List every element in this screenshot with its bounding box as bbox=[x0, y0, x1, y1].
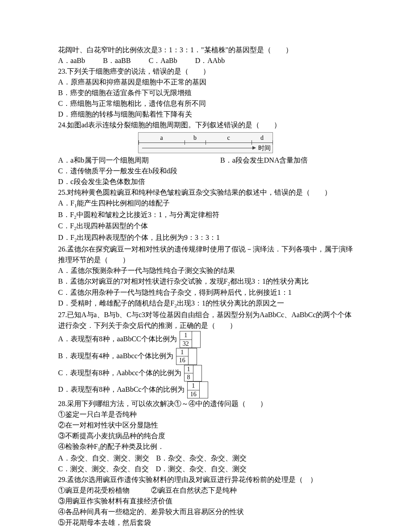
q24-b: B．a段会发生DNA含量加倍 bbox=[220, 155, 353, 166]
q23-d: D．癌细胞的转移与细胞间黏着性下降有关 bbox=[58, 109, 353, 120]
q24-a: A．a和b属于同一个细胞周期 bbox=[58, 155, 220, 166]
q24-row-ab: A．a和b属于同一个细胞周期 B．a段会发生DNA含量加倍 bbox=[58, 155, 353, 166]
q22-opt-a: A．aaBb bbox=[58, 55, 85, 66]
q28-opts-row2: C．测交、测交、杂交、自交 D．测交、杂交、自交、测交 bbox=[58, 464, 353, 474]
fraction-1-16b: 116 bbox=[186, 381, 208, 398]
q23-c: C．癌细胞与正常细胞相比，遗传信息有所不同 bbox=[58, 98, 353, 109]
q28-stem: 28.采用下列哪组方法，可以依次解决①～④中的遗传问题（ ） bbox=[58, 398, 353, 409]
exam-page: 花阔叶、白花窄叶的比例依次是3：1：3：1．"某植株"的基因型是（ ） A．aa… bbox=[0, 0, 411, 532]
q27-c: C．表现型有8种，Aabbcc个体的比例为 18 bbox=[58, 365, 353, 382]
q22-options: A．aaBb B．aaBB C．AaBb D．AAbb bbox=[58, 55, 353, 66]
q23-a: A．原癌基因和抑癌基因是细胞中不正常的基因 bbox=[58, 77, 353, 88]
q29-stem: 29.孟德尔选用豌豆作遗传实验材料的理由及对豌豆进行异花传粉前的处理是（ ） bbox=[58, 474, 353, 485]
q25-b: B．F2中圆粒和皱粒之比接近3：1，与分离定律相符 bbox=[58, 209, 353, 221]
q27-d: D．表现型有8种，AaBbCc个体的比例为 116 bbox=[58, 381, 353, 398]
q29-l4: ⑤开花期母本去雄，然后套袋 bbox=[58, 517, 353, 528]
q24-stem: 24.如图ad表示连续分裂细胞的细胞周期图。下列叙述错误的是（ ） bbox=[58, 120, 353, 130]
q26-c: C．孟德尔用杂种子一代与隐性纯合子杂交，得到两种后代，比例接近1：1 bbox=[58, 287, 353, 298]
q27-stem: 27.已知A与a、B与b、C与c3对等位基因自由组合，基因型分别为AaBbCc、… bbox=[58, 310, 353, 331]
q22-tail-line: 花阔叶、白花窄叶的比例依次是3：1：3：1．"某植株"的基因型是（ ） bbox=[58, 45, 353, 55]
q24-c: C．遗传物质平分一般发生在b段和d段 bbox=[58, 166, 353, 176]
q22-opt-b: B．aaBB bbox=[103, 55, 130, 66]
q28-l4: ④检验杂种F1的配子种类及比例． bbox=[58, 441, 353, 453]
seg-d: d bbox=[260, 133, 264, 142]
q29-l3: ④各品种间具有一些稳定的、差异较大而且容易区分的性状 bbox=[58, 507, 353, 517]
q23-b: B．癌变的细胞在适宜条件下可以无限增殖 bbox=[58, 88, 353, 98]
fraction-1-8: 18 bbox=[183, 365, 202, 382]
fraction-1-16: 116 bbox=[175, 348, 197, 365]
q24-d: D．c段会发生染色体数加倍 bbox=[58, 176, 353, 187]
q25-c: C．F2出现四种基因型的个体 bbox=[58, 221, 353, 232]
q24-diagram: a b c d 时间 bbox=[58, 132, 353, 153]
q27-b: B．表现型有4种，aaBbcc个体比例为 116 bbox=[58, 348, 353, 365]
q29-l2: ③用豌豆作实验材料有直接经济价值 bbox=[58, 496, 353, 507]
fraction-1-32: 132 bbox=[179, 331, 201, 348]
seg-c: c bbox=[227, 133, 230, 142]
q29-l1: ①豌豆是闭花受粉植物 ②豌豆在自然状态下是纯种 bbox=[58, 485, 353, 496]
q25-d: D．F2出现四种表现型的个体，且比例为9：3：3：1 bbox=[58, 232, 353, 244]
q28-l2: ②在一对相对性状中区分显隐性 bbox=[58, 420, 353, 431]
q26-b: B．孟德尔对豌豆的7对相对性状进行杂交试验，发现F2都出现3：1的性状分离比 bbox=[58, 276, 353, 288]
q26-a: A．孟德尔预测杂种子一代与隐性纯合子测交实验的结果 bbox=[58, 265, 353, 276]
time-label: 时间 bbox=[258, 143, 271, 153]
q23-stem: 23.下列关于细胞癌变的说法，错误的是（ ） bbox=[58, 66, 353, 77]
q28-l3: ③不断提高小麦抗病品种的纯合度 bbox=[58, 431, 353, 441]
seg-b: b bbox=[193, 133, 197, 142]
q26-stem: 26.孟德尔在探究豌豆一对相对性状的遗传规律时使用了假说－演绎法．下列各项中，属… bbox=[58, 244, 353, 265]
seg-a: a bbox=[160, 133, 163, 142]
q25-stem: 25.对纯种黄色圆粒豌豆和纯种绿色皱粒豌豆杂交实验结果的叙述中，错误的是（ ） bbox=[58, 187, 353, 198]
q26-d: D．受精时，雌雄配子的随机结合是F2出现3：1的性状分离比的原因之一 bbox=[58, 298, 353, 310]
q28-opts-row1: A．杂交、自交、测交、测交 B．杂交、杂交、杂交、测交 bbox=[58, 453, 353, 464]
q27-a: A．表现型有8种，aaBbCC个体比例为 132 bbox=[58, 331, 353, 348]
q22-opt-d: D．AAbb bbox=[195, 55, 225, 66]
q22-opt-c: C．AaBb bbox=[149, 55, 177, 66]
q25-a: A．F1能产生四种比例相同的雄配子 bbox=[58, 198, 353, 209]
q28-l1: ①鉴定一只白羊是否纯种 bbox=[58, 409, 353, 420]
